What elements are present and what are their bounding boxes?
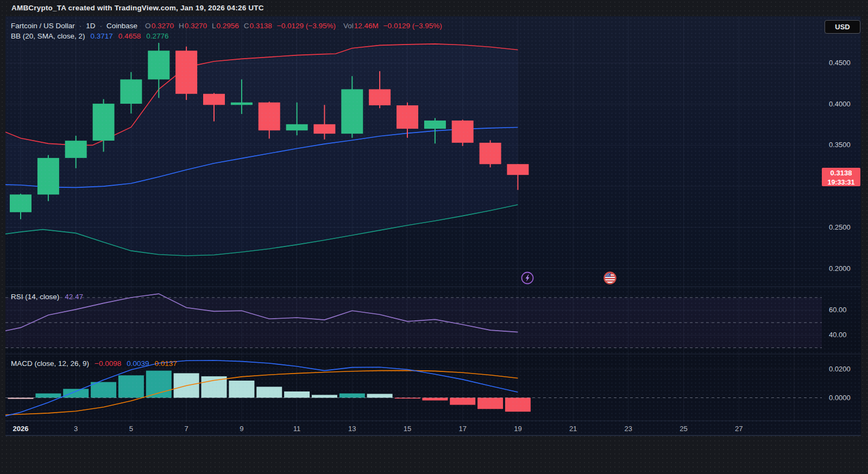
time-tick-label: 21 [557, 425, 589, 433]
time-tick-label: 25 [668, 425, 700, 433]
bb-legend-item: 0.2776 [146, 32, 168, 40]
symbol-legend-item: 12.46M [354, 22, 379, 30]
time-tick-label: 9 [225, 425, 258, 433]
time-tick-label: 7 [170, 425, 203, 433]
chart-area[interactable] [5, 16, 861, 436]
time-tick-label: 5 [115, 425, 147, 433]
symbol-legend-item: C [244, 22, 249, 30]
price-tick-label: 0.4000 [829, 100, 863, 108]
time-tick-label: 11 [281, 425, 313, 433]
rsi-tick-label: 40.00 [829, 331, 863, 339]
time-tick-label: 19 [501, 425, 534, 433]
time-tick-label: 3 [60, 425, 92, 433]
symbol-legend-item: 0.3270 [152, 22, 174, 30]
bb-legend[interactable]: BB (20, SMA, close, 2)0.37170.46580.2776 [11, 32, 168, 40]
symbol-legend-item: · [100, 22, 103, 30]
time-tick-label: 13 [336, 425, 368, 433]
attribution-text: AMBCrypto_TA created with TradingView.co… [11, 4, 264, 12]
macd-legend-item: 0.0137 [155, 359, 177, 368]
macd-tick-label: 0.0200 [829, 365, 863, 373]
price-tick-label: 0.3500 [829, 141, 863, 149]
lightning-boost-icon[interactable] [521, 271, 534, 285]
rsi-tick-label: 60.00 [829, 306, 863, 314]
price-tick-label: 0.2000 [829, 264, 863, 273]
bb-legend-item: 0.4658 [118, 32, 141, 40]
macd-tick-label: 0.0000 [829, 394, 863, 402]
last-price-label: 0.3138 19:33:31 [822, 168, 860, 186]
symbol-legend-item: · [79, 22, 82, 30]
symbol-legend-item: 0.3270 [185, 22, 207, 30]
macd-legend-item: 0.0039 [127, 359, 149, 368]
macd-legend-item: −0.0098 [95, 359, 121, 368]
macd-legend-item: MACD (close, 12, 26, 9) [11, 359, 89, 368]
symbol-legend-item: L [212, 22, 216, 30]
symbol-legend-item: Coinbase [106, 22, 137, 30]
symbol-legend-item: 0.3138 [250, 22, 272, 30]
macd-histogram [8, 371, 531, 412]
symbol-legend-item: Fartcoin / US Dollar [11, 22, 75, 30]
symbol-legend-item: −0.0129 (−3.95%) [383, 22, 442, 30]
time-tick-label: 23 [612, 425, 645, 433]
attribution-bar: AMBCrypto_TA created with TradingView.co… [0, 0, 868, 16]
symbol-legend-item: −0.0129 (−3.95%) [277, 22, 336, 30]
symbol-legend-item: Vol [343, 22, 354, 30]
price-tick-label: 0.4500 [829, 59, 863, 67]
symbol-legend-item: O [145, 22, 151, 30]
symbol-legend-item: 0.2956 [216, 22, 238, 30]
symbol-legend[interactable]: Fartcoin / US Dollar·1D·CoinbaseO0.3270H… [11, 22, 442, 30]
time-tick-label: 17 [446, 425, 479, 433]
symbol-legend-item: 1D [86, 22, 95, 30]
macd-legend[interactable]: MACD (close, 12, 26, 9)−0.00980.00390.01… [11, 359, 177, 368]
chart-canvas[interactable] [5, 16, 861, 436]
currency-toggle-button[interactable]: USD [825, 20, 860, 34]
tradingview-snapshot: AMBCrypto_TA created with TradingView.co… [0, 0, 868, 474]
price-tick-label: 0.2500 [829, 223, 863, 231]
time-tick-label: 15 [391, 425, 424, 433]
time-tick-label: 2026 [4, 425, 37, 433]
us-flag-icon[interactable] [603, 271, 617, 285]
rsi-legend[interactable]: RSI (14, close)42.47 [11, 293, 83, 301]
rsi-legend-item: 42.47 [65, 293, 83, 301]
bb-legend-item: 0.3717 [91, 32, 113, 40]
footer-bar: TradingView [0, 436, 868, 474]
rsi-legend-item: RSI (14, close) [11, 293, 59, 301]
last-price-value: 0.3138 [822, 169, 860, 178]
bar-countdown: 19:33:31 [822, 178, 860, 187]
time-tick-label: 27 [722, 425, 755, 433]
symbol-legend-item: H [179, 22, 184, 30]
bb-legend-item: BB (20, SMA, close, 2) [11, 32, 85, 40]
